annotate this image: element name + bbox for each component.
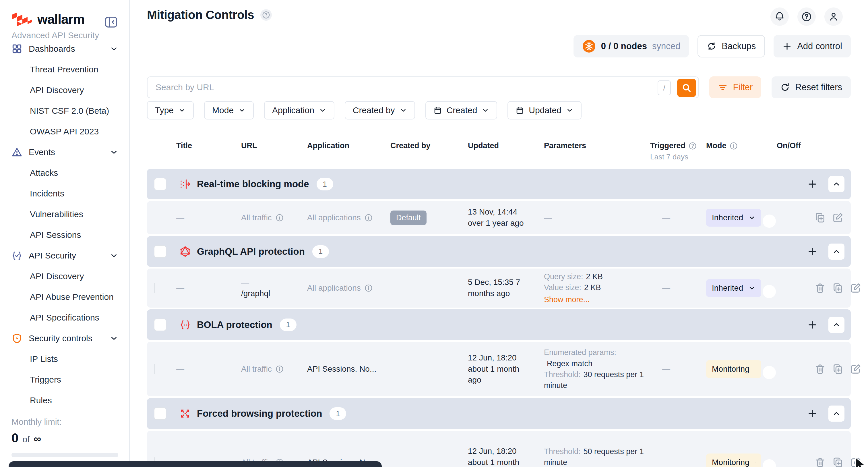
filter-chip-application[interactable]: Application (264, 101, 334, 119)
filter-chip-created-by[interactable]: Created by (345, 101, 415, 119)
mode-select[interactable]: Monitoring (706, 454, 761, 467)
group-add-icon[interactable] (804, 243, 820, 260)
group-add-icon[interactable] (804, 317, 820, 333)
calendar-icon (516, 106, 524, 115)
sidebar-item-owasp-api[interactable]: OWASP API 2023 (0, 121, 129, 142)
duplicate-icon[interactable] (832, 457, 844, 467)
cell-application-text: All applications (307, 284, 361, 293)
sidebar-item-attacks[interactable]: Attacks (0, 163, 129, 183)
search-input[interactable] (148, 77, 699, 98)
chevron-down-icon (748, 214, 755, 222)
cell-application: All applications (302, 284, 385, 293)
page-help-icon[interactable] (260, 9, 272, 21)
group-checkbox[interactable] (154, 319, 166, 331)
sidebar-item-label: Vulnerabilities (30, 209, 83, 219)
help-icon[interactable] (797, 7, 816, 26)
sidebar-item-threat-prevention[interactable]: Threat Prevention (0, 59, 129, 80)
sidebar-item-vulnerabilities[interactable]: Vulnerabilities (0, 204, 129, 225)
group-add-icon[interactable] (804, 176, 820, 192)
page-header: Mitigation Controls (147, 8, 272, 22)
edit-icon[interactable] (832, 212, 844, 224)
group-title: BOLA protection (197, 319, 272, 330)
add-control-button[interactable]: Add control (774, 35, 851, 57)
filter-chip-updated[interactable]: Updated (507, 101, 581, 119)
sidebar-item-api-abuse-prevention[interactable]: API Abuse Prevention (0, 287, 129, 307)
group-checkbox[interactable] (154, 178, 166, 191)
delete-icon[interactable] (814, 363, 826, 375)
group-collapse-button[interactable] (828, 176, 844, 192)
monthly-limit-total: ∞ (34, 433, 41, 445)
user-profile-icon[interactable] (825, 7, 843, 26)
sidebar-item-label: Dashboards (29, 44, 75, 54)
param-line: Regex match (544, 358, 645, 369)
reset-filters-label: Reset filters (795, 82, 842, 92)
controls-table: Title URL Application Created by Updated… (147, 137, 851, 467)
cell-mode: Monitoring (701, 360, 764, 378)
sidebar-item-api-sessions[interactable]: API Sessions (0, 225, 129, 245)
sidebar-item-label: API Sessions (30, 230, 81, 240)
sidebar-item-triggers[interactable]: Triggers (0, 369, 129, 390)
backups-button[interactable]: Backups (698, 35, 765, 57)
notifications-bell-icon[interactable] (770, 7, 789, 26)
sidebar-item-api-specifications[interactable]: API Specifications (0, 307, 129, 328)
realtime-blocking-icon (179, 178, 191, 190)
bola-icon (179, 319, 191, 331)
chevron-down-icon (482, 107, 489, 114)
sidebar-item-api-discovery-2[interactable]: API Discovery (0, 266, 129, 287)
column-updated: Updated (463, 137, 539, 150)
cell-url-dash: — (241, 278, 302, 287)
duplicate-icon[interactable] (832, 363, 844, 375)
delete-icon[interactable] (814, 282, 826, 294)
mode-select[interactable]: Monitoring (706, 360, 761, 378)
group-add-icon[interactable] (804, 406, 820, 421)
group-title: GraphQL API protection (197, 246, 305, 257)
info-circle-icon (275, 365, 284, 373)
search-button[interactable] (677, 79, 696, 97)
sidebar-item-api-security[interactable]: API Security (0, 245, 129, 266)
filter-button[interactable]: Filter (709, 77, 761, 98)
row-checkbox[interactable] (154, 364, 155, 374)
sidebar-item-incidents[interactable]: Incidents (0, 183, 129, 204)
default-badge: Default (391, 210, 427, 225)
reset-filters-button[interactable]: Reset filters (772, 77, 851, 98)
group-collapse-button[interactable] (828, 317, 844, 333)
duplicate-icon[interactable] (832, 282, 844, 294)
nodes-sync-badge[interactable]: 0 / 0 nodes synced (574, 35, 689, 57)
filter-chip-mode[interactable]: Mode (204, 101, 254, 119)
edit-icon[interactable] (850, 282, 861, 294)
group-checkbox[interactable] (154, 407, 166, 420)
delete-icon[interactable] (814, 457, 826, 467)
filter-chip-type[interactable]: Type (147, 101, 194, 119)
chevron-down-icon (178, 107, 186, 114)
top-right-icons (770, 7, 843, 26)
chevron-down-icon (748, 284, 755, 292)
sidebar-item-nist-csf[interactable]: NIST CSF 2.0 (Beta) (0, 100, 129, 121)
group-collapse-button[interactable] (828, 406, 844, 421)
edit-icon[interactable] (850, 363, 861, 375)
sidebar-item-label: OWASP API 2023 (30, 127, 99, 137)
info-circle-icon (364, 213, 373, 222)
column-triggered-sub: Last 7 days (650, 152, 701, 162)
group-collapse-button[interactable] (828, 243, 844, 260)
nodes-count: 0 / 0 nodes (601, 41, 647, 51)
sidebar-item-rules[interactable]: Rules (0, 390, 129, 411)
sidebar-item-ip-lists[interactable]: IP Lists (0, 349, 129, 369)
show-more-link[interactable]: Show more... (544, 294, 645, 305)
row-checkbox[interactable] (154, 283, 155, 293)
sidebar-item-events[interactable]: Events (0, 142, 129, 163)
mode-select[interactable]: Inherited (706, 279, 761, 297)
page-title: Mitigation Controls (147, 8, 254, 22)
sidebar-item-api-discovery[interactable]: API Discovery (0, 80, 129, 100)
sidebar-item-dashboards[interactable]: Dashboards (0, 38, 129, 59)
mode-select[interactable]: Inherited (706, 209, 761, 227)
group-header-realtime-blocking: Real-time blocking mode 1 (147, 169, 851, 199)
column-onoff: On/Off (764, 137, 814, 150)
filter-chip-created[interactable]: Created (425, 101, 497, 119)
cell-url-text: /graphql (241, 289, 302, 298)
sidebar-item-security-controls[interactable]: Security controls (0, 328, 129, 349)
param-line: Threshold:30 requests per 1 minute (544, 369, 645, 391)
duplicate-icon[interactable] (814, 212, 826, 224)
sidebar-collapse-icon[interactable] (104, 15, 118, 29)
table-row: — All traffic API Sessions. No... 12 Jun… (147, 342, 851, 396)
group-checkbox[interactable] (154, 245, 166, 258)
